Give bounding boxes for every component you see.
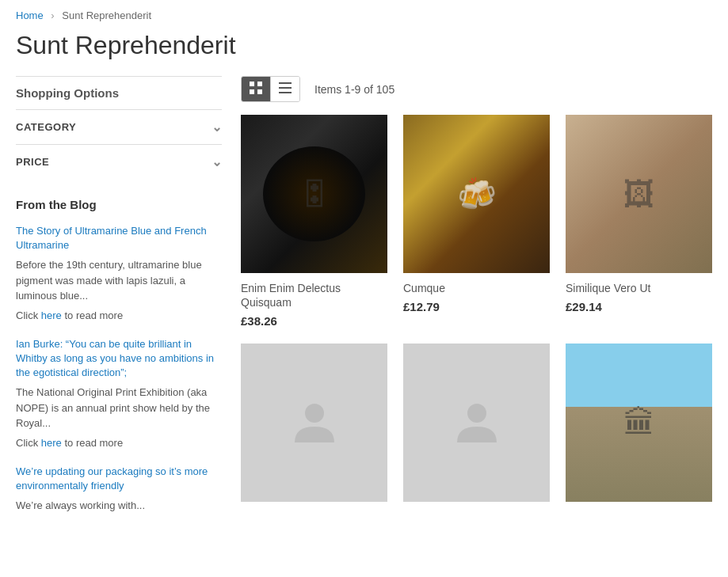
category-filter-label: CATEGORY	[16, 121, 76, 133]
blog-post-2: Ian Burke: “You can be quite brilliant i…	[16, 337, 222, 449]
price-chevron-icon: ⌄	[212, 154, 223, 169]
svg-rect-4	[279, 82, 292, 84]
product-card-2[interactable]: Cumque £12.79	[403, 115, 550, 328]
view-toggle	[241, 76, 300, 102]
price-filter-header[interactable]: PRICE ⌄	[16, 145, 222, 179]
blog-post-3-excerpt: We’re always working with...	[16, 498, 222, 514]
blog-post-1: The Story of Ultramarine Blue and French…	[16, 224, 222, 321]
blog-post-1-excerpt: Before the 19th century, ultramarine blu…	[16, 257, 222, 304]
product-price-3: £29.14	[566, 300, 712, 313]
product-card-6[interactable]	[566, 344, 712, 510]
sidebar: Shopping Options CATEGORY ⌄ PRICE ⌄ From…	[16, 76, 222, 530]
items-count: Items 1-9 of 105	[314, 83, 394, 96]
price-filter: PRICE ⌄	[16, 144, 222, 179]
category-chevron-icon: ⌄	[212, 120, 223, 135]
breadcrumb-separator: ›	[51, 9, 54, 21]
svg-point-8	[467, 404, 486, 423]
product-price-2: £12.79	[403, 300, 550, 313]
product-image-4	[241, 344, 387, 502]
person-placeholder-icon-2	[453, 399, 501, 446]
svg-rect-0	[250, 82, 254, 86]
svg-point-7	[305, 404, 324, 423]
blog-section: From the Blog The Story of Ultramarine B…	[16, 198, 222, 514]
product-card-1[interactable]: Enim Enim Delectus Quisquam £38.26	[241, 115, 387, 328]
blog-post-2-excerpt: The National Original Print Exhibition (…	[16, 385, 222, 431]
blog-post-2-here-link[interactable]: here	[41, 437, 62, 449]
blog-post-2-title[interactable]: Ian Burke: “You can be quite brilliant i…	[16, 337, 222, 381]
product-card-4[interactable]	[241, 344, 387, 510]
product-card-3[interactable]: Similique Vero Ut £29.14	[566, 115, 712, 328]
list-view-button[interactable]	[271, 77, 299, 101]
main-layout: Shopping Options CATEGORY ⌄ PRICE ⌄ From…	[0, 76, 728, 530]
grid-icon	[250, 82, 262, 94]
product-image-3	[566, 115, 712, 273]
product-name-2: Cumque	[403, 281, 550, 295]
breadcrumb-current: Sunt Reprehenderit	[62, 9, 151, 21]
product-image-5	[403, 344, 550, 502]
price-filter-label: PRICE	[16, 156, 49, 168]
svg-rect-3	[257, 89, 262, 94]
product-image-1	[241, 115, 387, 273]
product-card-5[interactable]	[403, 344, 550, 510]
list-icon	[279, 82, 292, 94]
breadcrumb-home-link[interactable]: Home	[16, 9, 44, 21]
blog-post-1-title[interactable]: The Story of Ultramarine Blue and French…	[16, 224, 222, 252]
category-filter-header[interactable]: CATEGORY ⌄	[16, 110, 222, 144]
blog-post-2-read-more: Click here to read more	[16, 437, 123, 449]
products-grid: Enim Enim Delectus Quisquam £38.26 Cumqu…	[241, 115, 712, 510]
shopping-options-label: Shopping Options	[16, 76, 222, 109]
blog-post-1-here-link[interactable]: here	[41, 309, 62, 321]
person-placeholder-icon	[291, 399, 338, 446]
breadcrumb: Home › Sunt Reprehenderit	[0, 0, 728, 31]
blog-post-1-read-more: Click here to read more	[16, 309, 123, 321]
svg-rect-2	[250, 89, 254, 94]
svg-rect-1	[257, 82, 262, 86]
category-filter: CATEGORY ⌄	[16, 109, 222, 144]
blog-heading: From the Blog	[16, 198, 222, 211]
product-name-3: Similique Vero Ut	[566, 281, 712, 295]
svg-rect-5	[279, 87, 292, 89]
svg-rect-6	[279, 92, 292, 93]
product-image-2	[403, 115, 550, 273]
blog-post-3: We’re updating our packaging so it’s mor…	[16, 465, 222, 514]
toolbar: Items 1-9 of 105	[241, 76, 712, 102]
product-price-1: £38.26	[241, 314, 387, 328]
main-content: Items 1-9 of 105 Enim Enim Delectus Quis…	[241, 76, 712, 530]
product-image-6	[566, 344, 712, 502]
blog-post-3-title[interactable]: We’re updating our packaging so it’s mor…	[16, 465, 222, 493]
page-title: Sunt Reprehenderit	[0, 31, 728, 76]
grid-view-button[interactable]	[242, 77, 271, 101]
product-name-1: Enim Enim Delectus Quisquam	[241, 281, 387, 309]
